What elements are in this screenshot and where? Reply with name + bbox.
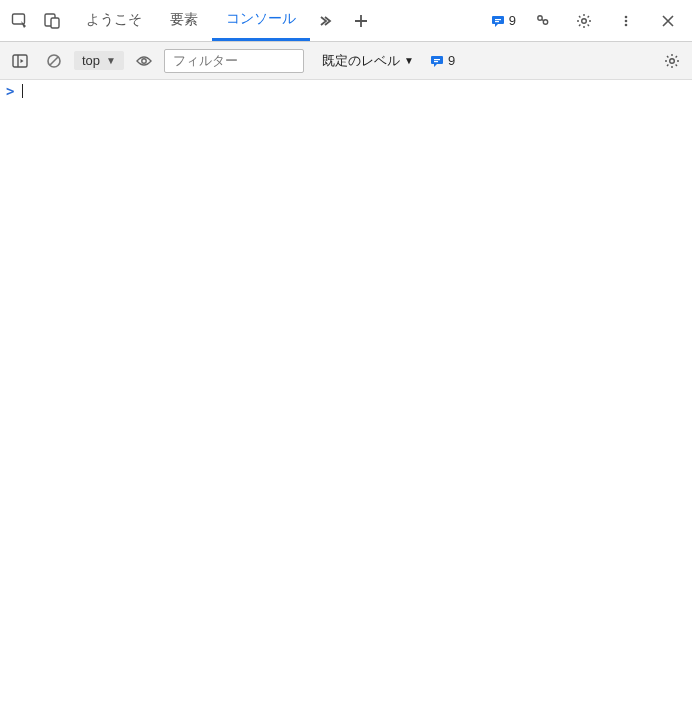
svg-point-9 xyxy=(625,19,628,22)
svg-line-14 xyxy=(50,57,58,65)
svg-rect-17 xyxy=(434,61,438,62)
send-feedback-icon[interactable] xyxy=(526,5,558,37)
tab-elements[interactable]: 要素 xyxy=(156,0,212,41)
svg-rect-0 xyxy=(13,14,25,24)
console-body[interactable]: > xyxy=(0,80,692,704)
level-label: 既定のレベル xyxy=(322,52,400,70)
issues-badge[interactable]: 9 xyxy=(491,13,516,28)
add-tab-icon[interactable] xyxy=(346,14,376,28)
svg-rect-2 xyxy=(51,18,59,28)
chat-bubble-icon xyxy=(430,54,444,68)
device-toolbar-icon[interactable] xyxy=(36,5,68,37)
svg-point-10 xyxy=(625,23,628,26)
chat-bubble-icon xyxy=(491,14,505,28)
svg-rect-16 xyxy=(434,59,440,60)
panel-tabs: ようこそ 要素 コンソール xyxy=(72,0,310,41)
console-settings-gear-icon[interactable] xyxy=(658,47,686,75)
issues-count: 9 xyxy=(509,13,516,28)
svg-rect-11 xyxy=(13,55,27,67)
text-cursor xyxy=(22,84,23,98)
devtools-tabbar: ようこそ 要素 コンソール 9 xyxy=(0,0,692,42)
tab-label: 要素 xyxy=(170,11,198,29)
svg-point-8 xyxy=(625,15,628,18)
inspect-element-icon[interactable] xyxy=(4,5,36,37)
tab-welcome[interactable]: ようこそ xyxy=(72,0,156,41)
tabbar-right-group: 9 xyxy=(491,5,688,37)
chevron-down-icon: ▼ xyxy=(106,55,116,66)
toggle-sidebar-icon[interactable] xyxy=(6,47,34,75)
close-devtools-icon[interactable] xyxy=(652,5,684,37)
live-expression-icon[interactable] xyxy=(130,47,158,75)
svg-rect-4 xyxy=(495,21,499,22)
tab-console[interactable]: コンソール xyxy=(212,0,310,41)
tab-label: ようこそ xyxy=(86,11,142,29)
filter-input[interactable] xyxy=(164,49,304,73)
prompt-arrow-icon: > xyxy=(6,83,14,99)
svg-point-7 xyxy=(582,18,587,23)
toolbar-issues-count: 9 xyxy=(448,53,455,68)
svg-point-6 xyxy=(543,19,547,23)
settings-gear-icon[interactable] xyxy=(568,5,600,37)
log-level-select[interactable]: 既定のレベル ▼ xyxy=(318,52,418,70)
svg-point-5 xyxy=(538,15,542,19)
context-label: top xyxy=(82,53,100,68)
chevron-down-icon: ▼ xyxy=(404,55,414,66)
more-tabs-icon[interactable] xyxy=(310,14,340,28)
execution-context-select[interactable]: top ▼ xyxy=(74,51,124,70)
kebab-menu-icon[interactable] xyxy=(610,5,642,37)
svg-point-18 xyxy=(670,58,675,63)
console-prompt[interactable]: > xyxy=(0,80,692,102)
svg-point-15 xyxy=(142,58,146,62)
svg-rect-3 xyxy=(495,19,501,20)
tab-label: コンソール xyxy=(226,10,296,28)
toolbar-issues-badge[interactable]: 9 xyxy=(430,53,455,68)
clear-console-icon[interactable] xyxy=(40,47,68,75)
console-toolbar: top ▼ 既定のレベル ▼ 9 xyxy=(0,42,692,80)
